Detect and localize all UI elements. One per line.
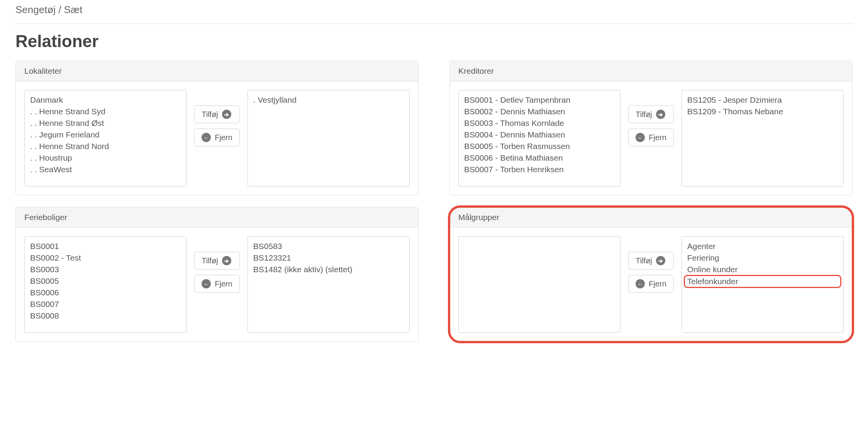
malgrupper-remove-button[interactable]: ← Fjern: [628, 275, 674, 293]
breadcrumb: Sengetøj / Sæt: [15, 0, 853, 24]
list-item[interactable]: . Vestjylland: [253, 94, 404, 106]
remove-label: Fjern: [649, 280, 666, 288]
panel-kreditorer: Kreditorer BS0001 - Detlev TampenbranBS0…: [449, 61, 853, 195]
arrow-right-icon: ➔: [656, 256, 665, 265]
add-label: Tilføj: [202, 256, 218, 265]
panel-title-lokaliteter: Lokaliteter: [16, 61, 418, 81]
ferieboliger-available-list[interactable]: BS0001BS0002 - TestBS0003BS0005BS0006BS0…: [24, 236, 186, 333]
ferieboliger-add-button[interactable]: Tilføj ➔: [194, 252, 240, 269]
arrow-left-icon: ←: [202, 133, 211, 142]
malgrupper-selected-list[interactable]: AgenterFerieringOnline kunderTelefonkund…: [682, 236, 844, 333]
list-item[interactable]: BS0005: [30, 275, 181, 287]
list-item[interactable]: BS0006 - Betina Mathiasen: [464, 152, 615, 164]
lokaliteter-selected-list[interactable]: . Vestjylland: [248, 90, 410, 186]
list-item[interactable]: BS0008: [30, 310, 181, 322]
panel-malgrupper: Målgrupper Tilføj ➔ ← Fjern AgenterFerie…: [449, 207, 853, 342]
malgrupper-available-list[interactable]: [458, 236, 620, 333]
list-item[interactable]: . . Houstrup: [30, 152, 181, 164]
panel-title-kreditorer: Kreditorer: [450, 61, 852, 81]
kreditorer-add-button[interactable]: Tilføj ➔: [628, 105, 674, 123]
malgrupper-add-button[interactable]: Tilføj ➔: [628, 252, 674, 269]
arrow-right-icon: ➔: [656, 110, 665, 119]
kreditorer-available-list[interactable]: BS0001 - Detlev TampenbranBS0002 - Denni…: [458, 90, 620, 186]
kreditorer-selected-list[interactable]: BS1205 - Jesper DzimieraBS1209 - Thomas …: [682, 90, 844, 186]
add-label: Tilføj: [636, 256, 652, 265]
list-item[interactable]: BS0001: [30, 241, 181, 252]
list-item[interactable]: BS1205 - Jesper Dzimiera: [687, 94, 838, 106]
list-item[interactable]: BS0003 - Thomas Kornlade: [464, 117, 615, 129]
list-item[interactable]: Online kunder: [687, 264, 838, 275]
remove-label: Fjern: [649, 133, 666, 142]
list-item[interactable]: BS0003: [30, 264, 181, 275]
list-item[interactable]: BS0583: [253, 241, 404, 252]
arrow-right-icon: ➔: [222, 256, 231, 265]
list-item[interactable]: . . SeaWest: [30, 164, 181, 175]
list-item[interactable]: BS0002 - Dennis Mathiasen: [464, 106, 615, 117]
panel-title-malgrupper: Målgrupper: [450, 207, 852, 228]
arrow-left-icon: ←: [636, 279, 645, 288]
list-item[interactable]: BS123321: [253, 252, 404, 264]
list-item[interactable]: Telefonkunder: [685, 276, 840, 287]
lokaliteter-available-list[interactable]: Danmark. . Henne Strand Syd. . Henne Str…: [24, 90, 186, 186]
panel-lokaliteter: Lokaliteter Danmark. . Henne Strand Syd.…: [15, 61, 419, 195]
list-item[interactable]: Danmark: [30, 94, 181, 106]
list-item[interactable]: BS0006: [30, 287, 181, 298]
list-item[interactable]: . . Henne Strand Nord: [30, 141, 181, 152]
kreditorer-remove-button[interactable]: ← Fjern: [628, 129, 674, 146]
ferieboliger-selected-list[interactable]: BS0583BS123321BS1482 (ikke aktiv) (slett…: [248, 236, 410, 333]
list-item[interactable]: BS0004 - Dennis Mathiasen: [464, 129, 615, 141]
remove-label: Fjern: [215, 133, 232, 142]
list-item[interactable]: BS1482 (ikke aktiv) (slettet): [253, 264, 404, 275]
arrow-left-icon: ←: [636, 133, 645, 142]
page-title: Relationer: [15, 32, 853, 51]
list-item[interactable]: Agenter: [687, 241, 838, 252]
list-item[interactable]: BS0005 - Torben Rasmussen: [464, 141, 615, 152]
list-item[interactable]: . . Henne Strand Øst: [30, 117, 181, 129]
lokaliteter-remove-button[interactable]: ← Fjern: [194, 129, 240, 146]
lokaliteter-add-button[interactable]: Tilføj ➔: [194, 105, 240, 123]
arrow-left-icon: ←: [202, 279, 211, 288]
add-label: Tilføj: [202, 110, 218, 119]
panel-title-ferieboliger: Ferieboliger: [16, 207, 418, 228]
list-item[interactable]: BS0007: [30, 298, 181, 310]
list-item[interactable]: . . Henne Strand Syd: [30, 106, 181, 117]
list-item[interactable]: BS1209 - Thomas Nebane: [687, 106, 838, 117]
list-item[interactable]: BS0001 - Detlev Tampenbran: [464, 94, 615, 106]
ferieboliger-remove-button[interactable]: ← Fjern: [194, 275, 240, 293]
add-label: Tilføj: [636, 110, 652, 119]
list-item[interactable]: . . Jegum Ferieland: [30, 129, 181, 141]
list-item[interactable]: BS0002 - Test: [30, 252, 181, 264]
panel-ferieboliger: Ferieboliger BS0001BS0002 - TestBS0003BS…: [15, 207, 419, 342]
arrow-right-icon: ➔: [222, 110, 231, 119]
list-item[interactable]: Feriering: [687, 252, 838, 264]
remove-label: Fjern: [215, 280, 232, 288]
list-item[interactable]: BS0007 - Torben Henriksen: [464, 164, 615, 175]
